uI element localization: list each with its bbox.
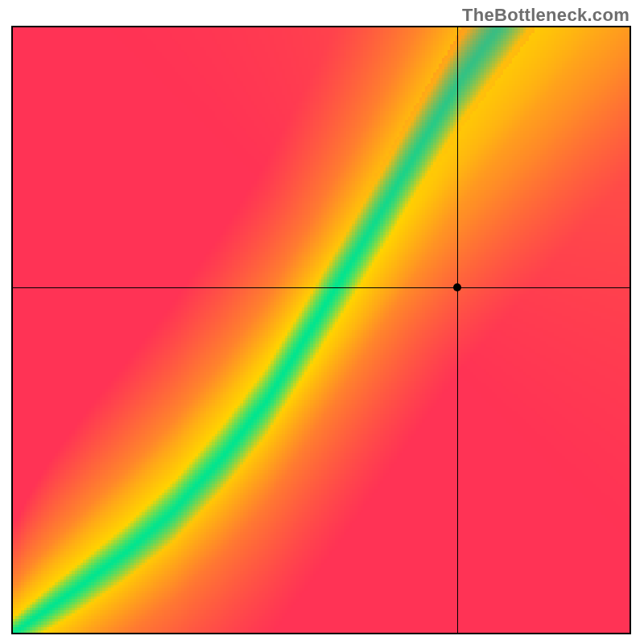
- plot-frame: [11, 26, 631, 634]
- chart-container: TheBottleneck.com: [0, 0, 644, 644]
- watermark-text: TheBottleneck.com: [462, 5, 630, 26]
